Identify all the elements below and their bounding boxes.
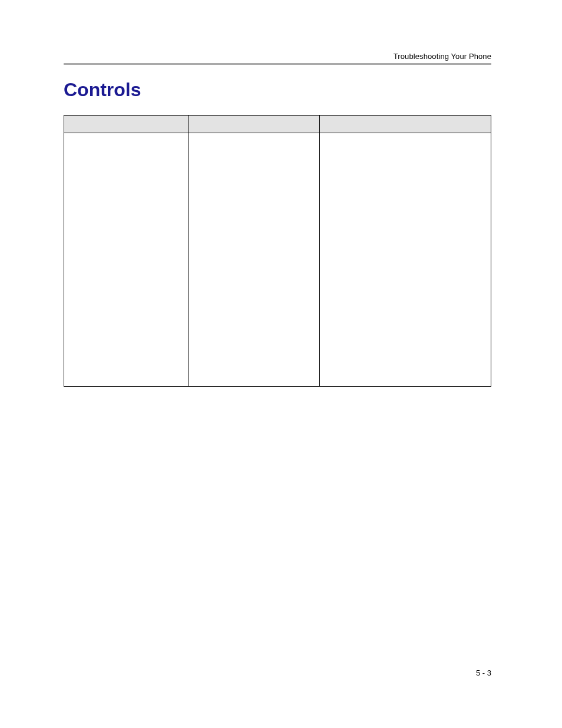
running-header: Troubleshooting Your Phone — [64, 52, 491, 61]
document-page: Troubleshooting Your Phone Controls 5 - … — [0, 0, 562, 728]
table-cell — [189, 133, 320, 387]
section-title: Controls — [64, 79, 491, 101]
table-header-row — [64, 116, 491, 133]
table-row — [64, 133, 491, 387]
header-divider — [64, 63, 491, 65]
table-header-cell — [189, 116, 320, 133]
table-cell — [64, 133, 189, 387]
troubleshooting-table — [64, 115, 491, 387]
table-cell — [320, 133, 491, 387]
page-number: 5 - 3 — [476, 668, 491, 677]
table-header-cell — [320, 116, 491, 133]
table-header-cell — [64, 116, 189, 133]
